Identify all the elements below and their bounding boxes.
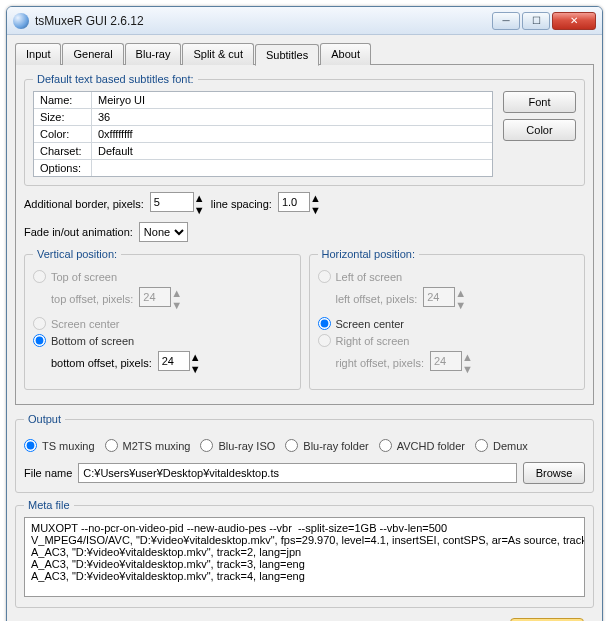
font-charset-value: Default <box>92 143 492 159</box>
fade-select[interactable]: None <box>139 222 188 242</box>
window-title: tsMuxeR GUI 2.6.12 <box>35 14 492 28</box>
linespacing-down-icon[interactable]: ▼ <box>310 204 321 216</box>
linespacing-input[interactable] <box>278 192 310 212</box>
meta-legend: Meta file <box>24 499 74 511</box>
right-offset-input <box>430 351 462 371</box>
vpos-legend: Vertical position: <box>33 248 121 260</box>
out-iso[interactable]: Blu-ray ISO <box>200 439 275 452</box>
hpos-center[interactable]: Screen center <box>318 317 577 330</box>
filename-label: File name <box>24 467 72 479</box>
tab-about[interactable]: About <box>320 43 371 65</box>
font-color-label: Color: <box>34 126 92 142</box>
tab-bar: Input General Blu-ray Split & cut Subtit… <box>15 43 594 65</box>
font-name-label: Name: <box>34 92 92 108</box>
left-offset-label: left offset, pixels: <box>336 293 418 305</box>
meta-group: Meta file <box>15 499 594 608</box>
vpos-bottom[interactable]: Bottom of screen <box>33 334 292 347</box>
vpos-top[interactable]: Top of screen <box>33 270 292 283</box>
font-color-value: 0xffffffff <box>92 126 492 142</box>
output-group: Output TS muxing M2TS muxing Blu-ray ISO… <box>15 413 594 493</box>
tab-subtitles[interactable]: Subtitles <box>255 44 319 66</box>
close-button[interactable]: ✕ <box>552 12 596 30</box>
border-up-icon[interactable]: ▲ <box>194 192 205 204</box>
hpos-legend: Horizontal position: <box>318 248 420 260</box>
border-down-icon[interactable]: ▼ <box>194 204 205 216</box>
font-table: Name:Meiryo UI Size:36 Color:0xffffffff … <box>33 91 493 177</box>
fade-label: Fade in/out animation: <box>24 226 133 238</box>
window: tsMuxeR GUI 2.6.12 ─ ☐ ✕ Input General B… <box>6 6 603 621</box>
linespacing-up-icon[interactable]: ▲ <box>310 192 321 204</box>
color-button[interactable]: Color <box>503 119 576 141</box>
bottom-offset-label: bottom offset, pixels: <box>51 357 152 369</box>
bottom-offset-input[interactable] <box>158 351 190 371</box>
hpos-left[interactable]: Left of screen <box>318 270 577 283</box>
font-size-value: 36 <box>92 109 492 125</box>
linespacing-label: line spacing: <box>211 198 272 210</box>
right-offset-label: right offset, pixels: <box>336 357 424 369</box>
vpos-center[interactable]: Screen center <box>33 317 292 330</box>
font-options-value <box>92 160 492 176</box>
top-offset-label: top offset, pixels: <box>51 293 133 305</box>
vpos-group: Vertical position: Top of screen top off… <box>24 248 301 390</box>
border-input[interactable] <box>150 192 194 212</box>
font-options-label: Options: <box>34 160 92 176</box>
out-ts[interactable]: TS muxing <box>24 439 95 452</box>
font-legend: Default text based subtitles font: <box>33 73 198 85</box>
font-charset-label: Charset: <box>34 143 92 159</box>
out-folder[interactable]: Blu-ray folder <box>285 439 368 452</box>
font-size-label: Size: <box>34 109 92 125</box>
output-legend: Output <box>24 413 65 425</box>
font-button[interactable]: Font <box>503 91 576 113</box>
top-offset-input <box>139 287 171 307</box>
font-name-value: Meiryo UI <box>92 92 492 108</box>
font-group: Default text based subtitles font: Name:… <box>24 73 585 186</box>
tab-input[interactable]: Input <box>15 43 61 65</box>
filename-input[interactable] <box>78 463 517 483</box>
tab-split[interactable]: Split & cut <box>182 43 254 65</box>
tab-panel: Default text based subtitles font: Name:… <box>15 64 594 405</box>
border-label: Additional border, pixels: <box>24 198 144 210</box>
hpos-right[interactable]: Right of screen <box>318 334 577 347</box>
tab-bluray[interactable]: Blu-ray <box>125 43 182 65</box>
out-avchd[interactable]: AVCHD folder <box>379 439 465 452</box>
app-icon <box>13 13 29 29</box>
out-demux[interactable]: Demux <box>475 439 528 452</box>
left-offset-input <box>423 287 455 307</box>
hpos-group: Horizontal position: Left of screen left… <box>309 248 586 390</box>
maximize-button[interactable]: ☐ <box>522 12 550 30</box>
tab-general[interactable]: General <box>62 43 123 65</box>
meta-textarea[interactable] <box>24 517 585 597</box>
out-m2ts[interactable]: M2TS muxing <box>105 439 191 452</box>
titlebar[interactable]: tsMuxeR GUI 2.6.12 ─ ☐ ✕ <box>7 7 602 35</box>
minimize-button[interactable]: ─ <box>492 12 520 30</box>
browse-button[interactable]: Browse <box>523 462 585 484</box>
